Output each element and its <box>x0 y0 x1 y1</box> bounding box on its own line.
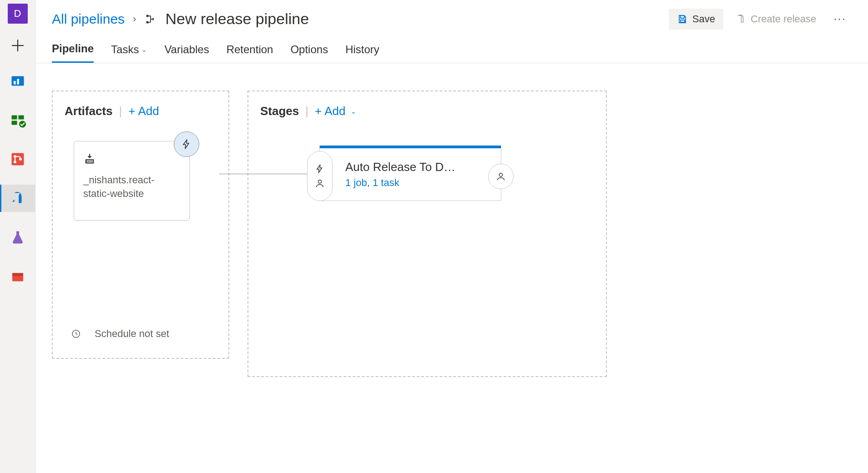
create-release-label: Create release <box>751 13 816 25</box>
sidebar-item-repos[interactable] <box>0 146 35 173</box>
svg-rect-13 <box>146 15 149 17</box>
plus-icon <box>10 37 26 54</box>
svg-rect-5 <box>11 121 17 125</box>
post-deployment-conditions-button[interactable] <box>488 164 514 189</box>
svg-rect-2 <box>17 79 19 85</box>
svg-rect-3 <box>11 116 17 120</box>
tab-options[interactable]: Options <box>290 43 328 62</box>
chevron-down-icon: ⌄ <box>351 108 356 115</box>
stages-header: Stages <box>260 104 299 118</box>
chevron-right-icon: › <box>133 13 136 25</box>
svg-rect-4 <box>18 116 24 120</box>
dashboard-icon <box>10 73 26 89</box>
svg-point-9 <box>14 161 16 163</box>
add-stage-button[interactable]: + Add ⌄ <box>315 104 356 118</box>
tabs: Pipeline Tasks⌄ Variables Retention Opti… <box>35 34 868 63</box>
svg-point-8 <box>14 155 16 158</box>
sidebar-item-overview[interactable] <box>0 67 35 95</box>
stage-card[interactable]: Auto Release To D… 1 job, 1 task <box>319 146 501 201</box>
save-button[interactable]: Save <box>669 9 723 30</box>
repos-icon <box>10 151 26 167</box>
person-icon <box>496 171 506 181</box>
package-icon <box>10 268 26 285</box>
stage-title: Auto Release To D… <box>345 160 484 174</box>
clock-icon <box>71 328 81 339</box>
page-title: New release pipeline <box>165 10 309 28</box>
schedule-button[interactable] <box>65 322 87 345</box>
artifact-card[interactable]: _nishants.react-static-website <box>74 141 190 221</box>
tab-retention[interactable]: Retention <box>227 43 273 62</box>
svg-point-16 <box>318 180 321 183</box>
rocket-icon <box>10 190 26 206</box>
rocket-icon <box>735 14 746 25</box>
stage-tasks-link[interactable]: 1 job, 1 task <box>345 177 484 189</box>
project-avatar[interactable]: D <box>8 4 28 24</box>
artifacts-header: Artifacts <box>65 104 112 118</box>
stages-panel: Stages | + Add ⌄ A <box>247 91 607 377</box>
sidebar-item-pipelines[interactable] <box>0 185 35 212</box>
breadcrumb: All pipelines › New release pipeline <box>52 10 309 28</box>
tab-pipeline[interactable]: Pipeline <box>52 42 94 63</box>
continuous-deployment-trigger-button[interactable] <box>174 131 199 157</box>
tab-variables[interactable]: Variables <box>164 43 209 62</box>
create-release-button: Create release <box>727 9 824 30</box>
person-icon <box>315 178 325 188</box>
schedule-label: Schedule not set <box>95 327 169 340</box>
build-source-icon <box>83 152 180 168</box>
svg-rect-14 <box>146 21 149 23</box>
svg-point-17 <box>499 173 502 176</box>
svg-rect-1 <box>14 81 16 85</box>
stage-connector-line <box>219 174 319 174</box>
breadcrumb-root-link[interactable]: All pipelines <box>52 11 125 27</box>
boards-icon <box>10 112 26 128</box>
save-button-label: Save <box>692 13 715 25</box>
artifact-source-name: _nishants.react-static-website <box>83 173 180 200</box>
pre-deployment-conditions-button[interactable] <box>307 151 333 201</box>
sidebar-item-testplans[interactable] <box>0 224 35 251</box>
add-artifact-button[interactable]: + Add <box>128 104 159 118</box>
left-sidebar: D <box>0 0 35 473</box>
svg-rect-7 <box>11 153 24 166</box>
svg-rect-12 <box>12 273 23 276</box>
plus-icon: + <box>128 104 135 118</box>
flask-icon <box>10 229 26 246</box>
header: All pipelines › New release pipeline Sav… <box>35 0 868 34</box>
plus-icon: + <box>315 104 322 118</box>
add-project-button[interactable] <box>8 35 28 55</box>
save-icon <box>677 14 688 25</box>
more-actions-button[interactable]: ··· <box>828 8 852 30</box>
artifacts-panel: Artifacts | + Add _nishants.react-static… <box>52 91 229 359</box>
tab-history[interactable]: History <box>345 43 379 62</box>
lightning-icon <box>315 164 325 174</box>
release-pipeline-icon <box>144 13 157 25</box>
pipeline-canvas: Artifacts | + Add _nishants.react-static… <box>35 63 868 473</box>
chevron-down-icon: ⌄ <box>141 46 147 53</box>
tab-tasks[interactable]: Tasks⌄ <box>111 43 147 62</box>
sidebar-item-boards[interactable] <box>0 106 35 134</box>
lightning-icon <box>181 139 192 150</box>
sidebar-item-artifacts[interactable] <box>0 263 35 290</box>
